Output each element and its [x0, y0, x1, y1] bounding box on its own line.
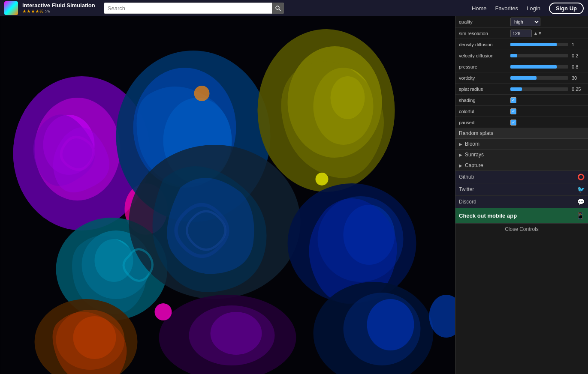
shading-checkbox[interactable] [510, 97, 516, 103]
vorticity-row: vorticity 30 [455, 72, 588, 84]
svg-point-6 [125, 183, 168, 235]
velocity-diffusion-number: 0.2 [572, 53, 585, 58]
right-panel: quality high medium low sim resolution ▲… [455, 16, 588, 374]
discord-icon: 💬 [577, 198, 585, 205]
velocity-diffusion-value: 0.2 [510, 53, 585, 58]
svg-point-16 [95, 239, 133, 282]
density-diffusion-slider[interactable] [510, 43, 568, 46]
search-container [104, 3, 284, 14]
quality-value: high medium low [510, 18, 585, 26]
search-icon [275, 5, 281, 11]
svg-point-23 [73, 316, 116, 359]
nav-favorites[interactable]: Favorites [495, 5, 518, 12]
sunrays-arrow: ▶ [459, 153, 462, 157]
mobile-app-button[interactable]: Check out mobile app 📱 [455, 208, 588, 224]
svg-point-3 [13, 76, 151, 230]
svg-point-33 [194, 86, 210, 101]
sunrays-section[interactable]: ▶ Sunrays [455, 150, 588, 160]
velocity-diffusion-row: velocity diffusion 0.2 [455, 50, 588, 61]
quality-select[interactable]: high medium low [510, 18, 540, 26]
svg-point-26 [211, 312, 262, 355]
bloom-label: Bloom [465, 141, 479, 147]
nav-home[interactable]: Home [472, 5, 487, 12]
svg-point-15 [82, 230, 151, 299]
random-splats-button[interactable]: Random splats [455, 128, 588, 139]
svg-point-12 [314, 68, 374, 145]
vorticity-number: 30 [572, 75, 585, 81]
svg-point-30 [429, 295, 455, 338]
svg-point-28 [344, 293, 421, 365]
paused-value [510, 120, 585, 126]
svg-point-21 [35, 299, 138, 374]
nav: Home Favorites Login Sign Up [472, 3, 584, 14]
capture-arrow: ▶ [459, 163, 462, 168]
svg-point-11 [288, 46, 382, 158]
density-diffusion-number: 1 [572, 42, 585, 47]
twitter-label: Twitter [459, 186, 577, 192]
github-link[interactable]: Github ⭕ [455, 171, 588, 183]
svg-point-5 [43, 115, 95, 175]
svg-point-32 [316, 173, 329, 186]
density-diffusion-row: density diffusion 1 [455, 39, 588, 50]
svg-point-0 [276, 6, 279, 9]
twitter-icon: 🐦 [577, 186, 585, 193]
sim-resolution-input[interactable] [510, 30, 532, 37]
paused-label: paused [459, 120, 510, 125]
pressure-row: pressure 0.8 [455, 61, 588, 72]
paused-row: paused [455, 117, 588, 128]
vorticity-label: vorticity [459, 75, 510, 81]
twitter-link[interactable]: Twitter 🐦 [455, 183, 588, 196]
bloom-section[interactable]: ▶ Bloom [455, 139, 588, 150]
sunrays-label: Sunrays [465, 152, 484, 158]
density-diffusion-label: density diffusion [459, 42, 510, 47]
vorticity-value: 30 [510, 75, 585, 81]
splat-radius-slider[interactable] [510, 87, 568, 91]
svg-line-1 [279, 9, 280, 11]
svg-point-8 [133, 68, 236, 188]
paused-checkbox[interactable] [510, 120, 516, 126]
svg-point-10 [258, 29, 395, 192]
search-input[interactable] [104, 3, 284, 14]
github-icon: ⭕ [577, 174, 585, 180]
rating-count: 25 [45, 9, 50, 14]
search-button[interactable] [272, 3, 284, 14]
splat-radius-value: 0.25 [510, 87, 585, 92]
discord-link[interactable]: Discord 💬 [455, 196, 588, 208]
shading-value [510, 97, 585, 103]
app-logo [4, 1, 18, 15]
mobile-app-label: Check out mobile app [459, 212, 576, 219]
svg-point-19 [318, 196, 404, 282]
signup-button[interactable]: Sign Up [549, 3, 584, 14]
svg-point-24 [159, 295, 296, 374]
app-info: Interactive Fluid Simulation ★★★★½ 25 [22, 2, 95, 14]
density-diffusion-value: 1 [510, 42, 585, 47]
pressure-number: 0.8 [572, 64, 585, 69]
svg-point-20 [344, 205, 395, 265]
sim-resolution-value: ▲▼ [510, 30, 585, 37]
sim-resolution-label: sim resolution [459, 31, 510, 36]
mobile-icon: 📱 [576, 212, 585, 220]
svg-point-9 [163, 98, 232, 183]
capture-label: Capture [465, 162, 483, 168]
quality-row: quality high medium low [455, 16, 588, 28]
close-controls[interactable]: Close Controls [455, 224, 588, 235]
nav-login[interactable]: Login [527, 5, 540, 12]
svg-point-14 [56, 218, 168, 320]
discord-label: Discord [459, 199, 577, 205]
vorticity-slider[interactable] [510, 76, 568, 80]
svg-point-18 [288, 183, 416, 303]
canvas-area[interactable] [0, 16, 455, 374]
header: Interactive Fluid Simulation ★★★★½ 25 Ho… [0, 0, 588, 16]
svg-point-27 [314, 282, 434, 374]
capture-section[interactable]: ▶ Capture [455, 160, 588, 171]
velocity-diffusion-label: velocity diffusion [459, 53, 510, 58]
pressure-slider[interactable] [510, 65, 568, 69]
bloom-arrow: ▶ [459, 142, 462, 147]
svg-point-17 [129, 145, 301, 299]
colorful-checkbox[interactable] [510, 108, 516, 114]
svg-point-7 [116, 51, 271, 222]
velocity-diffusion-slider[interactable] [510, 54, 568, 57]
quality-label: quality [459, 19, 510, 24]
splat-radius-number: 0.25 [572, 87, 585, 92]
svg-point-22 [56, 310, 125, 370]
